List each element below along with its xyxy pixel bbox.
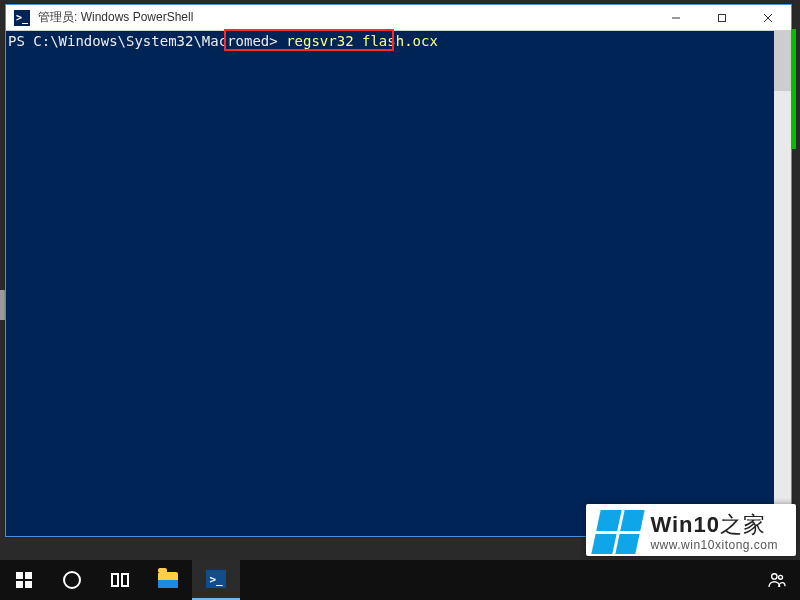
- file-explorer-icon: [158, 572, 178, 588]
- start-button[interactable]: [0, 560, 48, 600]
- windows-logo-icon: [592, 510, 645, 554]
- green-indicator: [791, 29, 796, 149]
- people-button[interactable]: [760, 560, 794, 600]
- taskbar-item-explorer[interactable]: [144, 560, 192, 600]
- powershell-window: >_ 管理员: Windows PowerShell PS C:\Windows…: [5, 4, 792, 537]
- taskbar-tray: [760, 560, 800, 600]
- svg-rect-1: [719, 15, 726, 22]
- svg-point-4: [772, 574, 777, 579]
- titlebar[interactable]: >_ 管理员: Windows PowerShell: [6, 5, 791, 31]
- terminal-command: regsvr32 flash.ocx: [286, 33, 438, 49]
- cortana-icon: [63, 571, 81, 589]
- scrollbar-thumb[interactable]: [774, 31, 791, 91]
- powershell-icon: >_: [206, 570, 226, 588]
- app-icon: >_: [10, 8, 34, 28]
- watermark-brand-en: Win10: [650, 512, 720, 537]
- watermark-brand-zh: 之家: [720, 512, 766, 537]
- people-icon: [768, 572, 786, 588]
- prompt-path: PS C:\Windows\System32\Macromed>: [8, 33, 286, 49]
- window-controls: [653, 5, 791, 30]
- terminal-scrollbar[interactable]: [774, 31, 791, 536]
- cortana-button[interactable]: [48, 560, 96, 600]
- window-title: 管理员: Windows PowerShell: [34, 9, 653, 26]
- taskbar-item-powershell[interactable]: >_: [192, 560, 240, 600]
- svg-point-5: [779, 575, 783, 579]
- minimize-button[interactable]: [653, 5, 699, 31]
- taskview-button[interactable]: [96, 560, 144, 600]
- watermark: Win10之家 www.win10xitong.com: [586, 504, 796, 556]
- start-icon: [16, 572, 32, 588]
- powershell-icon: >_: [14, 10, 30, 26]
- taskbar: >_: [0, 560, 800, 600]
- close-button[interactable]: [745, 5, 791, 31]
- maximize-button[interactable]: [699, 5, 745, 31]
- watermark-brand: Win10之家: [650, 510, 778, 540]
- terminal-area[interactable]: PS C:\Windows\System32\Macromed> regsvr3…: [6, 31, 791, 536]
- watermark-url: www.win10xitong.com: [650, 538, 778, 552]
- taskview-icon: [111, 573, 129, 587]
